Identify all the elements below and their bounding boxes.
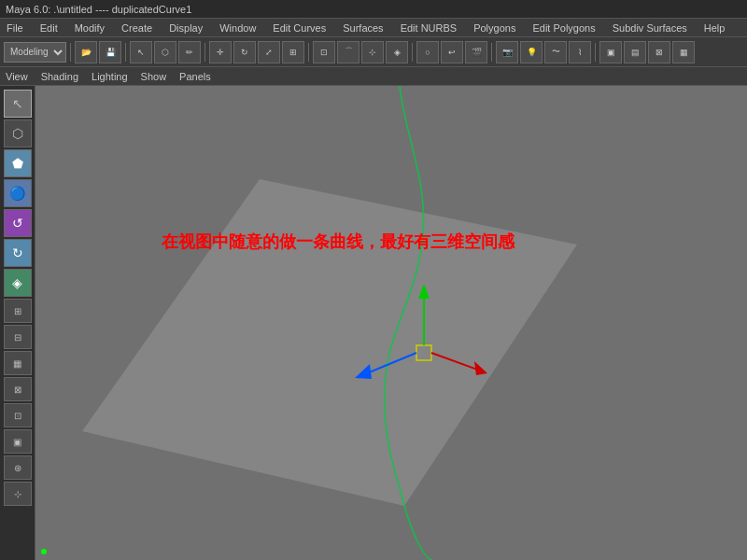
green-dot [41, 549, 47, 554]
menu-window[interactable]: Window [217, 21, 259, 35]
view-menu-lighting[interactable]: Lighting [92, 71, 128, 82]
tool-sm7[interactable]: ⊛ [4, 455, 32, 480]
main-layout: ↖ ⬡ ⬟ 🔵 ↺ ↻ ◈ ⊞ ⊟ ▦ ⊠ ⊡ ▣ ⊛ ⊹ [0, 86, 747, 560]
toolbar-btn-open[interactable]: 📂 [75, 41, 97, 63]
title-bar: Maya 6.0: .\untitled ---- duplicatedCurv… [0, 0, 747, 19]
menu-file[interactable]: File [4, 21, 26, 35]
toolbar-btn-save[interactable]: 💾 [99, 41, 121, 63]
toolbar-sep-5 [412, 43, 413, 62]
toolbar-btn-extra3[interactable]: ⊠ [648, 41, 670, 63]
toolbar-sep-6 [491, 43, 492, 62]
menu-edit-polygons[interactable]: Edit Polygons [529, 21, 598, 35]
menu-display[interactable]: Display [166, 21, 205, 35]
view-menu-view[interactable]: View [6, 71, 28, 82]
menu-bar: File Edit Modify Create Display Window E… [0, 19, 747, 37]
viewport-svg [35, 86, 747, 560]
tool-nurbs[interactable]: ⬟ [4, 149, 32, 177]
toolbar-btn-snap-curve[interactable]: ⌒ [337, 41, 359, 63]
toolbar-btn-snap-grid[interactable]: ⊡ [313, 41, 335, 63]
toolbar-btn-select[interactable]: ↖ [130, 41, 152, 63]
toolbar: Modeling 📂 💾 ↖ ⬡ ✏ ✛ ↻ ⤢ ⊞ ⊡ ⌒ ⊹ ◈ ○ ↩ 🎬… [0, 37, 747, 67]
view-bar: View Shading Lighting Show Panels [0, 67, 747, 86]
tool-skeleton[interactable]: ◈ [4, 269, 32, 297]
menu-subdiv[interactable]: Subdiv Surfaces [610, 21, 690, 35]
tool-select[interactable]: ↖ [4, 90, 32, 118]
toolbar-btn-lasso[interactable]: ⬡ [154, 41, 176, 63]
toolbar-btn-render[interactable]: 🎬 [465, 41, 487, 63]
title-text: Maya 6.0: .\untitled ---- duplicatedCurv… [6, 4, 191, 15]
view-menu-show[interactable]: Show [141, 71, 167, 82]
toolbar-btn-snap-point[interactable]: ⊹ [361, 41, 384, 63]
toolbar-btn-deform[interactable]: ⌇ [569, 41, 591, 63]
toolbar-btn-curves[interactable]: 〜 [544, 41, 567, 63]
menu-modify[interactable]: Modify [72, 21, 107, 35]
tool-subd[interactable]: ↺ [4, 209, 32, 237]
menu-polygons[interactable]: Polygons [471, 21, 518, 35]
menu-create[interactable]: Create [119, 21, 155, 35]
toolbar-btn-camera[interactable]: 📷 [496, 41, 518, 63]
view-menu-shading[interactable]: Shading [41, 71, 78, 82]
toolbar-btn-manip[interactable]: ⊞ [282, 41, 304, 63]
toolbar-btn-rotate[interactable]: ↻ [233, 41, 256, 63]
toolbar-btn-paint[interactable]: ✏ [178, 41, 201, 63]
toolbar-btn-undo[interactable]: ↩ [441, 41, 463, 63]
toolbar-btn-light[interactable]: 💡 [520, 41, 543, 63]
tool-sm3[interactable]: ▦ [4, 351, 32, 375]
toolbar-btn-snap-view[interactable]: ◈ [386, 41, 408, 63]
menu-help[interactable]: Help [701, 21, 728, 35]
tool-sm1[interactable]: ⊞ [4, 299, 32, 323]
menu-edit-nurbs[interactable]: Edit NURBS [398, 21, 460, 35]
view-menu-panels[interactable]: Panels [179, 71, 211, 82]
tool-sm5[interactable]: ⊡ [4, 403, 32, 427]
toolbar-sep-7 [595, 43, 596, 62]
toolbar-sep-3 [204, 43, 205, 62]
mode-select[interactable]: Modeling [4, 42, 66, 63]
toolbar-btn-extra1[interactable]: ▣ [599, 41, 622, 63]
toolbar-sep-4 [308, 43, 309, 62]
tool-sm2[interactable]: ⊟ [4, 325, 32, 349]
tool-poly[interactable]: 🔵 [4, 179, 32, 207]
menu-edit-curves[interactable]: Edit Curves [270, 21, 329, 35]
toolbar-sep-2 [125, 43, 126, 62]
toolbar-btn-extra2[interactable]: ▤ [624, 41, 646, 63]
tool-sm8[interactable]: ⊹ [4, 482, 32, 506]
toolbar-btn-history[interactable]: ○ [416, 41, 439, 63]
tool-deform[interactable]: ↻ [4, 239, 32, 267]
tool-lasso[interactable]: ⬡ [4, 119, 32, 147]
viewport[interactable]: 在视图中随意的做一条曲线，最好有三维空间感 [35, 86, 747, 560]
menu-surfaces[interactable]: Surfaces [340, 21, 386, 35]
left-tool-panel: ↖ ⬡ ⬟ 🔵 ↺ ↻ ◈ ⊞ ⊟ ▦ ⊠ ⊡ ▣ ⊛ ⊹ [0, 86, 35, 560]
menu-edit[interactable]: Edit [37, 21, 61, 35]
toolbar-btn-scale[interactable]: ⤢ [258, 41, 280, 63]
tool-sm4[interactable]: ⊠ [4, 377, 32, 401]
toolbar-btn-move[interactable]: ✛ [209, 41, 232, 63]
toolbar-btn-extra4[interactable]: ▦ [672, 41, 695, 63]
tool-sm6[interactable]: ▣ [4, 429, 32, 454]
toolbar-sep-1 [70, 43, 71, 62]
